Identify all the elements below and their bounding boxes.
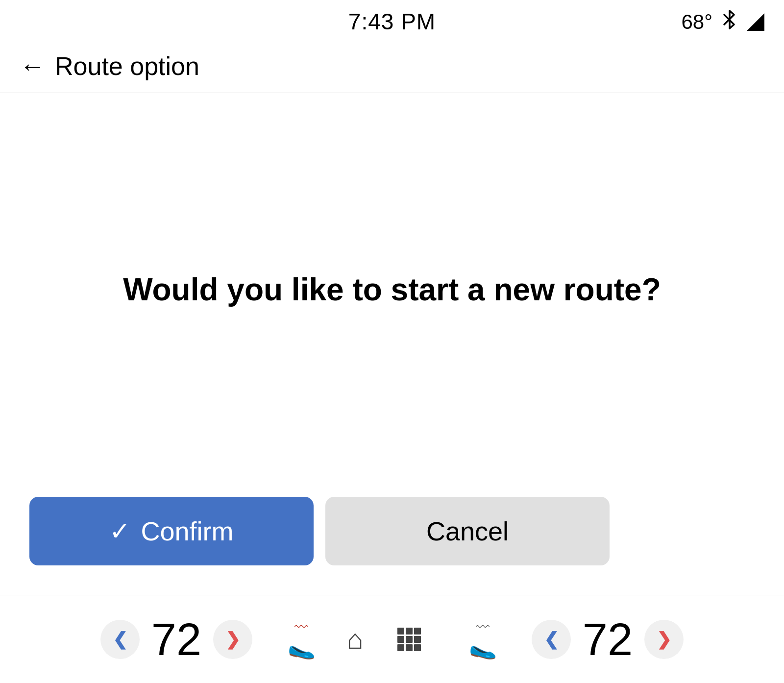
signal-icon xyxy=(747,13,764,31)
right-number-decrement-button[interactable]: ❮ xyxy=(532,620,571,659)
back-button[interactable]: ← Route option xyxy=(20,51,199,81)
right-chevron-red-left-icon: ❯ xyxy=(225,629,240,650)
steam-shoe-right-icon: 〰 🥿 xyxy=(469,620,497,658)
home-icon: ⌂ xyxy=(347,623,364,655)
status-bar: 7:43 PM 68° xyxy=(0,0,784,39)
bottom-nav: ❮ 72 ❯ 〰 🥿 ⌂ 〰 🥿 xyxy=(0,595,784,683)
svg-marker-0 xyxy=(747,13,764,31)
shoe-right-icon: 🥿 xyxy=(469,635,497,658)
main-question-text: Would you like to start a new route? xyxy=(123,269,661,310)
svg-rect-4 xyxy=(397,636,404,643)
question-area: Would you like to start a new route? xyxy=(0,93,784,487)
cancel-button[interactable]: Cancel xyxy=(325,497,610,565)
status-right-icons: 68° xyxy=(681,9,764,35)
left-number-decrement-button[interactable]: ❮ xyxy=(100,620,140,659)
steam-shoe-left-icon: 〰 🥿 xyxy=(288,620,316,658)
svg-rect-2 xyxy=(406,628,413,634)
page-title: Route option xyxy=(55,51,199,81)
left-chevron-blue-right-group-icon: ❮ xyxy=(544,629,559,650)
confirm-label: Confirm xyxy=(141,516,233,546)
bluetooth-icon xyxy=(720,9,739,35)
confirm-button[interactable]: ✓ Confirm xyxy=(29,497,314,565)
svg-rect-7 xyxy=(397,644,404,651)
right-chevron-red-right-icon: ❯ xyxy=(657,629,671,650)
right-number: 72 xyxy=(576,617,639,662)
grid-icon-container xyxy=(385,615,434,664)
status-temperature: 68° xyxy=(681,10,712,34)
back-arrow-icon: ← xyxy=(20,53,45,79)
steam-shoe-right-icon-container: 〰 🥿 xyxy=(458,615,507,664)
home-icon-container: ⌂ xyxy=(331,615,380,664)
steam-waves-left: 〰 xyxy=(294,620,308,635)
svg-rect-5 xyxy=(406,636,413,643)
steam-waves-right: 〰 xyxy=(476,620,490,635)
content-area: Would you like to start a new route? ✓ C… xyxy=(0,93,784,585)
right-number-increment-button[interactable]: ❯ xyxy=(644,620,684,659)
confirm-checkmark-icon: ✓ xyxy=(109,516,131,546)
svg-rect-8 xyxy=(406,644,413,651)
left-number-increment-button[interactable]: ❯ xyxy=(213,620,252,659)
page-header: ← Route option xyxy=(0,39,784,93)
buttons-row: ✓ Confirm Cancel xyxy=(29,497,755,565)
svg-rect-6 xyxy=(414,636,421,643)
steam-shoe-left-icon-container: 〰 🥿 xyxy=(277,615,326,664)
buttons-area: ✓ Confirm Cancel xyxy=(0,487,784,585)
svg-rect-1 xyxy=(397,628,404,634)
grid-icon xyxy=(395,626,423,653)
svg-rect-9 xyxy=(414,644,421,651)
left-chevron-blue-icon: ❮ xyxy=(113,629,127,650)
shoe-left-icon: 🥿 xyxy=(288,635,316,658)
left-number: 72 xyxy=(145,617,208,662)
cancel-label: Cancel xyxy=(426,516,509,546)
svg-rect-3 xyxy=(414,628,421,634)
status-time: 7:43 PM xyxy=(348,8,436,35)
